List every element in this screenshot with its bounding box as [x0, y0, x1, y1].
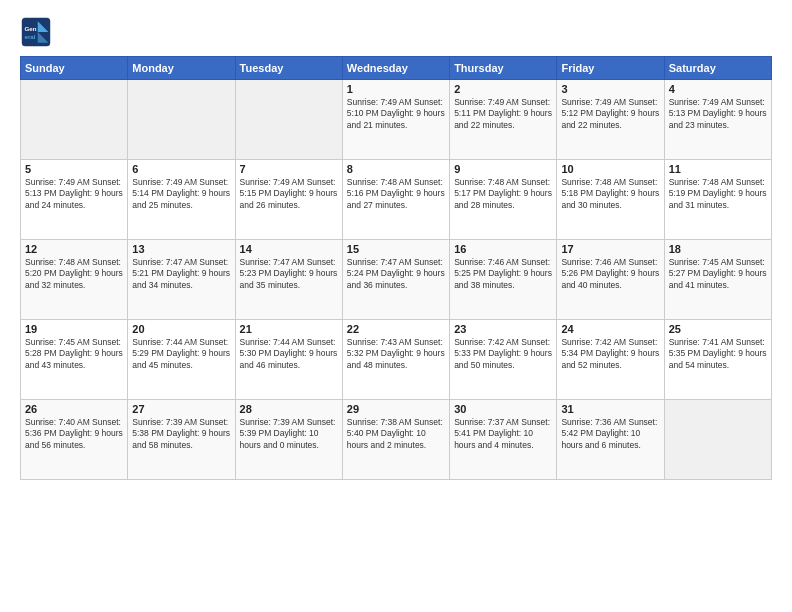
- day-cell: 16Sunrise: 7:46 AM Sunset: 5:25 PM Dayli…: [450, 240, 557, 320]
- week-row-3: 19Sunrise: 7:45 AM Sunset: 5:28 PM Dayli…: [21, 320, 772, 400]
- day-info: Sunrise: 7:48 AM Sunset: 5:18 PM Dayligh…: [561, 177, 659, 211]
- day-cell: 29Sunrise: 7:38 AM Sunset: 5:40 PM Dayli…: [342, 400, 449, 480]
- day-cell: 21Sunrise: 7:44 AM Sunset: 5:30 PM Dayli…: [235, 320, 342, 400]
- day-cell: [128, 80, 235, 160]
- day-info: Sunrise: 7:45 AM Sunset: 5:28 PM Dayligh…: [25, 337, 123, 371]
- day-cell: 14Sunrise: 7:47 AM Sunset: 5:23 PM Dayli…: [235, 240, 342, 320]
- day-info: Sunrise: 7:49 AM Sunset: 5:13 PM Dayligh…: [669, 97, 767, 131]
- day-number: 11: [669, 163, 767, 175]
- day-info: Sunrise: 7:38 AM Sunset: 5:40 PM Dayligh…: [347, 417, 445, 451]
- day-number: 29: [347, 403, 445, 415]
- day-number: 27: [132, 403, 230, 415]
- day-info: Sunrise: 7:48 AM Sunset: 5:16 PM Dayligh…: [347, 177, 445, 211]
- day-number: 2: [454, 83, 552, 95]
- day-number: 18: [669, 243, 767, 255]
- day-info: Sunrise: 7:49 AM Sunset: 5:13 PM Dayligh…: [25, 177, 123, 211]
- day-cell: 17Sunrise: 7:46 AM Sunset: 5:26 PM Dayli…: [557, 240, 664, 320]
- weekday-header-row: SundayMondayTuesdayWednesdayThursdayFrid…: [21, 57, 772, 80]
- day-cell: [235, 80, 342, 160]
- day-cell: 15Sunrise: 7:47 AM Sunset: 5:24 PM Dayli…: [342, 240, 449, 320]
- day-info: Sunrise: 7:47 AM Sunset: 5:24 PM Dayligh…: [347, 257, 445, 291]
- day-cell: 19Sunrise: 7:45 AM Sunset: 5:28 PM Dayli…: [21, 320, 128, 400]
- day-cell: 13Sunrise: 7:47 AM Sunset: 5:21 PM Dayli…: [128, 240, 235, 320]
- day-info: Sunrise: 7:45 AM Sunset: 5:27 PM Dayligh…: [669, 257, 767, 291]
- day-number: 13: [132, 243, 230, 255]
- day-info: Sunrise: 7:49 AM Sunset: 5:15 PM Dayligh…: [240, 177, 338, 211]
- day-cell: 12Sunrise: 7:48 AM Sunset: 5:20 PM Dayli…: [21, 240, 128, 320]
- day-number: 26: [25, 403, 123, 415]
- day-cell: 22Sunrise: 7:43 AM Sunset: 5:32 PM Dayli…: [342, 320, 449, 400]
- svg-text:eral: eral: [24, 33, 35, 40]
- day-cell: 27Sunrise: 7:39 AM Sunset: 5:38 PM Dayli…: [128, 400, 235, 480]
- weekday-friday: Friday: [557, 57, 664, 80]
- day-info: Sunrise: 7:39 AM Sunset: 5:39 PM Dayligh…: [240, 417, 338, 451]
- day-info: Sunrise: 7:49 AM Sunset: 5:10 PM Dayligh…: [347, 97, 445, 131]
- day-cell: 26Sunrise: 7:40 AM Sunset: 5:36 PM Dayli…: [21, 400, 128, 480]
- weekday-tuesday: Tuesday: [235, 57, 342, 80]
- week-row-2: 12Sunrise: 7:48 AM Sunset: 5:20 PM Dayli…: [21, 240, 772, 320]
- weekday-saturday: Saturday: [664, 57, 771, 80]
- page: Gen eral SundayMondayTuesdayWednesdayThu…: [0, 0, 792, 612]
- day-number: 7: [240, 163, 338, 175]
- day-cell: [21, 80, 128, 160]
- day-cell: 30Sunrise: 7:37 AM Sunset: 5:41 PM Dayli…: [450, 400, 557, 480]
- day-number: 10: [561, 163, 659, 175]
- day-number: 28: [240, 403, 338, 415]
- day-cell: 7Sunrise: 7:49 AM Sunset: 5:15 PM Daylig…: [235, 160, 342, 240]
- day-info: Sunrise: 7:44 AM Sunset: 5:29 PM Dayligh…: [132, 337, 230, 371]
- day-number: 8: [347, 163, 445, 175]
- day-cell: 1Sunrise: 7:49 AM Sunset: 5:10 PM Daylig…: [342, 80, 449, 160]
- day-cell: 10Sunrise: 7:48 AM Sunset: 5:18 PM Dayli…: [557, 160, 664, 240]
- day-number: 9: [454, 163, 552, 175]
- day-info: Sunrise: 7:43 AM Sunset: 5:32 PM Dayligh…: [347, 337, 445, 371]
- day-info: Sunrise: 7:49 AM Sunset: 5:14 PM Dayligh…: [132, 177, 230, 211]
- day-number: 4: [669, 83, 767, 95]
- week-row-1: 5Sunrise: 7:49 AM Sunset: 5:13 PM Daylig…: [21, 160, 772, 240]
- day-info: Sunrise: 7:41 AM Sunset: 5:35 PM Dayligh…: [669, 337, 767, 371]
- weekday-wednesday: Wednesday: [342, 57, 449, 80]
- day-number: 5: [25, 163, 123, 175]
- day-cell: 28Sunrise: 7:39 AM Sunset: 5:39 PM Dayli…: [235, 400, 342, 480]
- day-number: 22: [347, 323, 445, 335]
- day-number: 6: [132, 163, 230, 175]
- day-cell: 23Sunrise: 7:42 AM Sunset: 5:33 PM Dayli…: [450, 320, 557, 400]
- day-info: Sunrise: 7:44 AM Sunset: 5:30 PM Dayligh…: [240, 337, 338, 371]
- day-info: Sunrise: 7:49 AM Sunset: 5:12 PM Dayligh…: [561, 97, 659, 131]
- day-cell: 24Sunrise: 7:42 AM Sunset: 5:34 PM Dayli…: [557, 320, 664, 400]
- day-info: Sunrise: 7:42 AM Sunset: 5:34 PM Dayligh…: [561, 337, 659, 371]
- day-cell: 6Sunrise: 7:49 AM Sunset: 5:14 PM Daylig…: [128, 160, 235, 240]
- day-cell: 8Sunrise: 7:48 AM Sunset: 5:16 PM Daylig…: [342, 160, 449, 240]
- day-info: Sunrise: 7:37 AM Sunset: 5:41 PM Dayligh…: [454, 417, 552, 451]
- day-number: 30: [454, 403, 552, 415]
- day-cell: 2Sunrise: 7:49 AM Sunset: 5:11 PM Daylig…: [450, 80, 557, 160]
- week-row-4: 26Sunrise: 7:40 AM Sunset: 5:36 PM Dayli…: [21, 400, 772, 480]
- day-number: 31: [561, 403, 659, 415]
- day-info: Sunrise: 7:49 AM Sunset: 5:11 PM Dayligh…: [454, 97, 552, 131]
- day-info: Sunrise: 7:48 AM Sunset: 5:20 PM Dayligh…: [25, 257, 123, 291]
- day-info: Sunrise: 7:48 AM Sunset: 5:19 PM Dayligh…: [669, 177, 767, 211]
- day-number: 12: [25, 243, 123, 255]
- day-info: Sunrise: 7:36 AM Sunset: 5:42 PM Dayligh…: [561, 417, 659, 451]
- day-number: 14: [240, 243, 338, 255]
- day-info: Sunrise: 7:40 AM Sunset: 5:36 PM Dayligh…: [25, 417, 123, 451]
- day-cell: 18Sunrise: 7:45 AM Sunset: 5:27 PM Dayli…: [664, 240, 771, 320]
- day-cell: 4Sunrise: 7:49 AM Sunset: 5:13 PM Daylig…: [664, 80, 771, 160]
- day-number: 24: [561, 323, 659, 335]
- day-cell: 3Sunrise: 7:49 AM Sunset: 5:12 PM Daylig…: [557, 80, 664, 160]
- day-info: Sunrise: 7:48 AM Sunset: 5:17 PM Dayligh…: [454, 177, 552, 211]
- day-number: 15: [347, 243, 445, 255]
- day-number: 21: [240, 323, 338, 335]
- day-number: 23: [454, 323, 552, 335]
- day-cell: [664, 400, 771, 480]
- day-cell: 31Sunrise: 7:36 AM Sunset: 5:42 PM Dayli…: [557, 400, 664, 480]
- day-number: 19: [25, 323, 123, 335]
- day-info: Sunrise: 7:47 AM Sunset: 5:23 PM Dayligh…: [240, 257, 338, 291]
- header: Gen eral: [20, 16, 772, 48]
- day-cell: 25Sunrise: 7:41 AM Sunset: 5:35 PM Dayli…: [664, 320, 771, 400]
- logo: Gen eral: [20, 16, 56, 48]
- weekday-monday: Monday: [128, 57, 235, 80]
- day-number: 25: [669, 323, 767, 335]
- weekday-thursday: Thursday: [450, 57, 557, 80]
- day-cell: 9Sunrise: 7:48 AM Sunset: 5:17 PM Daylig…: [450, 160, 557, 240]
- calendar-table: SundayMondayTuesdayWednesdayThursdayFrid…: [20, 56, 772, 480]
